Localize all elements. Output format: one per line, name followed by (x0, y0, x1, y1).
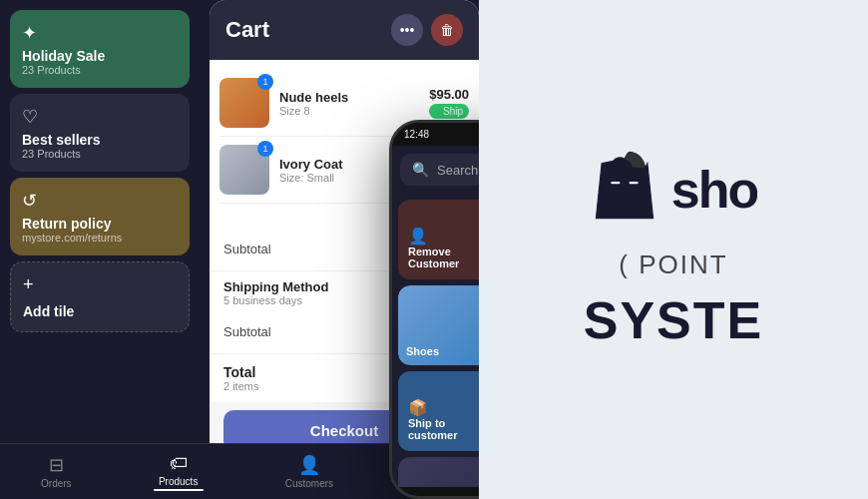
accessories-image: Accessories (398, 457, 479, 487)
shopify-brand-text: sho (671, 160, 757, 220)
active-indicator (154, 489, 204, 491)
search-bar-inner[interactable]: 🔍 Search anything ⊞ (400, 154, 479, 186)
cart-actions: ••• 🗑 (391, 14, 463, 46)
item-name: Nude heels (279, 90, 419, 105)
phone-tile-accessories[interactable]: Accessories (398, 457, 479, 487)
tile-label: Ship tocustomer (408, 417, 458, 441)
nav-item-products[interactable]: 🏷 Products (138, 447, 219, 497)
cart-delete-button[interactable]: 🗑 (431, 14, 463, 46)
left-panel: ✦ Holiday Sale 23 Products ♡ Best seller… (0, 0, 479, 499)
tile-label: RemoveCustomer (408, 246, 459, 269)
sidebar-tile-holiday-sale[interactable]: ✦ Holiday Sale 23 Products (10, 10, 190, 88)
person-icon: 👤 (408, 227, 428, 246)
nav-label: Customers (285, 478, 333, 489)
orders-icon: ⊟ (49, 454, 64, 476)
system-label: SYSTE (584, 290, 764, 350)
nav-item-customers[interactable]: 👤 Customers (269, 448, 349, 495)
plus-icon: + (23, 274, 34, 295)
phone-time: 12:48 (404, 129, 429, 140)
tile-title: Add tile (23, 303, 74, 319)
phone-status-bar: 12:48 ▌▌ ))) ⚡ (392, 123, 479, 146)
item-image: 1 (219, 145, 269, 195)
ship-badge: Ship (429, 104, 469, 119)
cart-options-button[interactable]: ••• (391, 14, 423, 46)
nav-label: Products (159, 476, 198, 487)
subtotal-label: Subtotal (223, 242, 271, 256)
tile-sub: 23 Products (22, 148, 178, 160)
quantity-badge: 1 (257, 74, 273, 90)
customers-icon: 👤 (298, 454, 320, 476)
sidebar-tile-return-policy[interactable]: ↺ Return policy mystore.com/returns (10, 178, 190, 255)
phone-tile-shoes[interactable]: Shoes (398, 285, 479, 365)
item-size: Size 8 (279, 105, 419, 117)
sparkle-icon: ✦ (22, 22, 178, 44)
shoes-image: Shoes (398, 285, 479, 365)
cart-header: Cart ••• 🗑 (210, 0, 479, 60)
tile-title: Best sellers (22, 132, 178, 148)
svg-rect-1 (629, 182, 638, 184)
phone-overlay: 12:48 ▌▌ ))) ⚡ 🔍 Search anything ⊞ 👤 Rem… (389, 120, 479, 499)
svg-rect-0 (611, 182, 620, 184)
nav-item-orders[interactable]: ⊟ Orders (25, 448, 88, 495)
phone-tile-ship-to-customer[interactable]: 📦 Ship tocustomer (398, 371, 479, 451)
search-icon: 🔍 (412, 162, 429, 178)
products-icon: 🏷 (170, 453, 188, 474)
item-price-area: $95.00 Ship (429, 87, 469, 119)
tile-title: Return policy (22, 216, 178, 232)
shopify-bag-icon (590, 150, 659, 230)
tile-sub: mystore.com/returns (22, 232, 178, 244)
right-panel: sho ( POINT SYSTE (479, 0, 868, 499)
ship-icon: 📦 (408, 398, 428, 417)
phone-search-bar: 🔍 Search anything ⊞ (392, 146, 479, 194)
item-price: $95.00 (429, 87, 469, 102)
return-icon: ↺ (22, 190, 178, 212)
shoes-label: Shoes (406, 345, 439, 357)
quantity-badge: 1 (257, 141, 273, 157)
item-info: Nude heels Size 8 (279, 90, 419, 117)
subtotal-label-2: Subtotal (223, 324, 271, 339)
pos-label: ( POINT (619, 250, 727, 280)
cart-title: Cart (225, 17, 269, 43)
sidebar-tile-best-sellers[interactable]: ♡ Best sellers 23 Products (10, 94, 190, 172)
sidebar-tile-add[interactable]: + Add tile (10, 261, 190, 332)
tile-title: Holiday Sale (22, 48, 178, 64)
sidebar: ✦ Holiday Sale 23 Products ♡ Best seller… (0, 0, 200, 459)
phone-tile-remove-customer[interactable]: 👤 RemoveCustomer (398, 200, 479, 279)
phone-grid: 👤 RemoveCustomer ✦ Holiday Sale 23 Produ… (392, 194, 479, 487)
search-placeholder: Search anything (437, 163, 479, 178)
shopify-logo: sho (590, 150, 757, 230)
tile-sub: 23 Products (22, 64, 178, 76)
item-image: 1 (219, 78, 269, 128)
heart-icon: ♡ (22, 106, 178, 128)
nav-label: Orders (41, 478, 72, 489)
